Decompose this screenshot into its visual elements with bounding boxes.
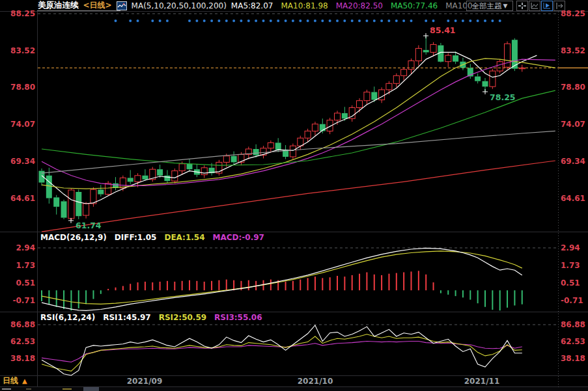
period-selector-label: 日线 bbox=[3, 375, 18, 386]
timeline-minimap bbox=[0, 387, 588, 391]
symbol-tab[interactable]: 美原油连续 bbox=[38, 0, 79, 11]
svg-text:85.41: 85.41 bbox=[430, 25, 456, 35]
y-axis-label: 69.34 bbox=[0, 157, 35, 166]
macd-macd-value: MACD:-0.97 bbox=[213, 233, 264, 242]
y-axis-label: -0.71 bbox=[561, 296, 583, 305]
ma-value: MA20:82.50 bbox=[336, 1, 383, 10]
y-axis-label: 86.88 bbox=[0, 320, 35, 329]
y-axis-label: 38.18 bbox=[0, 354, 35, 363]
y-axis-label: 88.25 bbox=[0, 9, 35, 18]
y-axis-label: 78.80 bbox=[0, 83, 35, 92]
theme-dropdown-button[interactable]: 全部主题 ▼ bbox=[466, 1, 513, 11]
chart-header: 美原油连续 <日线> MA(5,10,20,50,100,200) MA5:82… bbox=[38, 0, 473, 11]
y-axis-label: 74.07 bbox=[561, 120, 585, 129]
y-axis-label: 62.53 bbox=[0, 337, 35, 346]
axis-scale-tool-icon[interactable] bbox=[529, 1, 540, 11]
y-axis-label: 64.61 bbox=[561, 194, 585, 203]
ma-value: MA5:82.07 bbox=[231, 1, 273, 10]
minimap-mark bbox=[2, 388, 11, 390]
y-axis-label: -0.71 bbox=[0, 296, 35, 305]
y-axis-label: 64.61 bbox=[0, 194, 35, 203]
y-axis-label: 83.52 bbox=[561, 46, 585, 55]
rsi1-value: RSI1:45.97 bbox=[103, 313, 150, 322]
svg-text:61.74: 61.74 bbox=[76, 221, 102, 230]
ma-value: MA50:77.46 bbox=[391, 1, 438, 10]
minimap-mark bbox=[26, 388, 31, 390]
y-axis-label: 62.53 bbox=[561, 337, 585, 346]
macd-diff-value: DIFF:1.05 bbox=[115, 233, 157, 242]
y-axis-label: 86.88 bbox=[561, 320, 585, 329]
y-axis-label: 69.34 bbox=[561, 157, 585, 166]
chart-window: 85.4178.2561.74 美原油连续 <日线> MA(5,10,20,50… bbox=[0, 0, 588, 391]
play-forward-tool-icon[interactable] bbox=[541, 1, 553, 11]
theme-dropdown-label: 全部主题 bbox=[472, 1, 502, 11]
mini-chart-icon[interactable] bbox=[117, 1, 127, 10]
y-axis-label: 0.51 bbox=[561, 278, 580, 288]
svg-text:78.25: 78.25 bbox=[490, 92, 516, 102]
ma-values: MA5:82.07MA10:81.98MA20:82.50MA50:77.46M… bbox=[231, 1, 473, 10]
rsi3-value: RSI3:55.06 bbox=[214, 313, 262, 322]
period-tag[interactable]: <日线> bbox=[83, 0, 112, 11]
y-axis-label: 88.25 bbox=[561, 9, 585, 18]
y-axis-label: 2.94 bbox=[561, 243, 580, 252]
chart-canvas[interactable]: 85.4178.2561.74 bbox=[0, 0, 588, 391]
rsi2-value: RSI2:50.59 bbox=[159, 313, 206, 322]
y-axis-label: 2.94 bbox=[0, 243, 35, 252]
macd-dea-value: DEA:1.54 bbox=[164, 233, 204, 242]
y-axis-label: 1.73 bbox=[0, 261, 35, 270]
y-axis-label: 0.51 bbox=[0, 278, 35, 288]
minimap-mark bbox=[63, 388, 72, 390]
ma-settings-label: MA(5,10,20,50,100,200) bbox=[132, 1, 227, 10]
crosshair-tool-icon[interactable] bbox=[516, 1, 528, 11]
period-selector[interactable]: 日线 ▲ bbox=[3, 375, 27, 386]
y-axis-label: 74.07 bbox=[0, 120, 35, 129]
y-axis-label: 83.52 bbox=[0, 46, 35, 55]
minimap-thumb[interactable] bbox=[83, 387, 99, 391]
y-axis-label: 78.80 bbox=[561, 83, 585, 92]
y-axis-label: 38.18 bbox=[561, 354, 585, 363]
rsi-title[interactable]: RSI(6,12,24) bbox=[40, 313, 95, 322]
y-axis-label: 1.73 bbox=[561, 261, 580, 270]
macd-header: MACD(26,12,9) DIFF:1.05 DEA:1.54 MACD:-0… bbox=[40, 233, 264, 242]
ma-value: MA10:81.98 bbox=[281, 1, 328, 10]
macd-title[interactable]: MACD(26,12,9) bbox=[40, 233, 107, 242]
rsi-header: RSI(6,12,24) RSI1:45.97 RSI2:50.59 RSI3:… bbox=[40, 313, 262, 322]
triangle-up-icon: ▲ bbox=[22, 377, 27, 384]
chevron-down-icon: ▼ bbox=[503, 3, 508, 9]
